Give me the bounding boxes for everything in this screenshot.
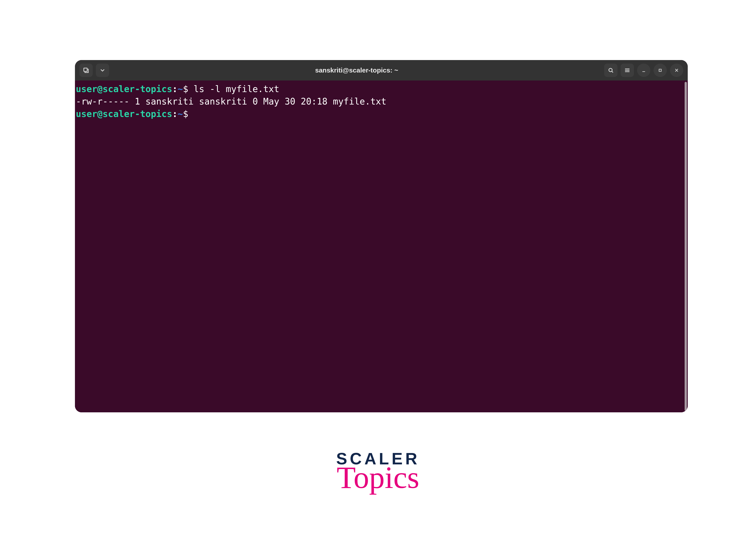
prompt-tilde: ~ — [178, 84, 183, 94]
window-title: sanskriti@scaler-topics: ~ — [112, 66, 601, 74]
titlebar-right — [604, 64, 683, 77]
minimize-button[interactable] — [637, 64, 650, 77]
output-line: -rw-r----- 1 sanskriti sanskriti 0 May 3… — [76, 96, 386, 107]
maximize-icon — [657, 68, 663, 73]
scrollbar[interactable] — [685, 82, 687, 411]
hamburger-icon — [624, 67, 631, 74]
tab-dropdown-button[interactable] — [96, 64, 109, 77]
search-icon — [607, 67, 614, 74]
command-text: ls -l myfile.txt — [188, 84, 279, 94]
close-icon — [674, 68, 679, 73]
terminal-window: sanskriti@scaler-topics: ~ — [75, 60, 688, 412]
new-tab-icon — [83, 67, 89, 74]
close-button[interactable] — [670, 64, 683, 77]
search-button[interactable] — [604, 64, 617, 77]
svg-rect-0 — [84, 68, 87, 71]
svg-point-1 — [609, 68, 612, 72]
prompt-user: user@scaler-topics — [76, 109, 172, 119]
prompt-colon: : — [172, 109, 177, 119]
prompt-user: user@scaler-topics — [76, 84, 172, 94]
titlebar: sanskriti@scaler-topics: ~ — [75, 60, 688, 81]
scaler-topics-logo: SCALER Topics — [336, 449, 420, 493]
new-tab-button[interactable] — [79, 64, 93, 77]
prompt-dollar: $ — [183, 109, 188, 119]
menu-button[interactable] — [621, 64, 634, 77]
maximize-button[interactable] — [653, 64, 667, 77]
prompt-colon: : — [172, 84, 177, 94]
chevron-down-icon — [99, 67, 106, 74]
terminal-body[interactable]: user@scaler-topics:~$ ls -l myfile.txt -… — [75, 81, 688, 412]
svg-rect-2 — [659, 69, 661, 71]
minimize-icon — [641, 68, 646, 73]
prompt-dollar: $ — [183, 84, 188, 94]
logo-text-bottom: Topics — [336, 462, 420, 493]
prompt-tilde: ~ — [178, 109, 183, 119]
